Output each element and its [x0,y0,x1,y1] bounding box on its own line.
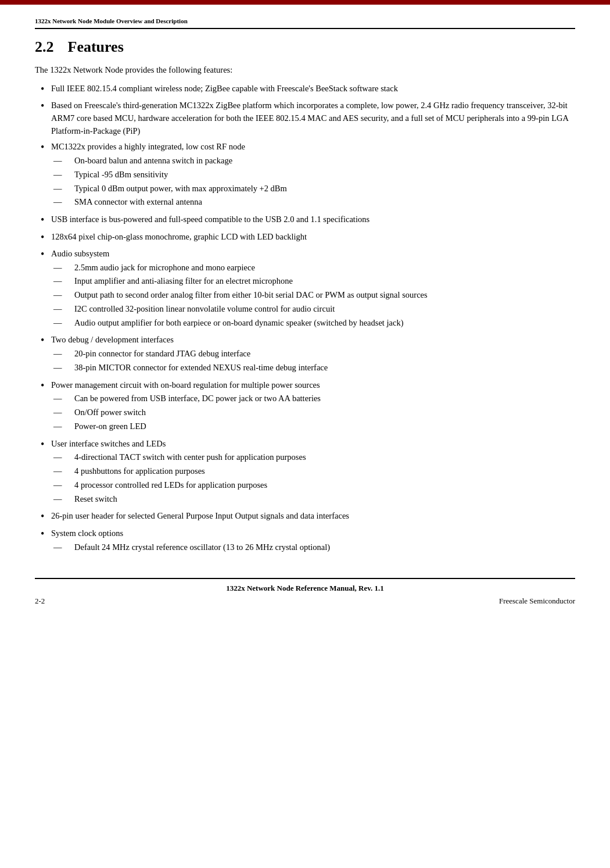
em-dash-5-1: — [51,275,74,288]
bullet-item-9: •26-pin user header for selected General… [35,510,575,523]
chapter-title: 1322x Network Node Module Overview and D… [35,17,188,24]
footer-left: 2-2 [35,596,45,606]
page-content: 1322x Network Node Module Overview and D… [0,5,610,848]
em-dash-5-0: — [51,262,74,274]
bullet-content-4: 128x64 pixel chip-on-glass monochrome, g… [51,231,575,244]
em-dash-5-4: — [51,317,74,330]
bullet-item-2: •MC1322x provides a highly integrated, l… [35,141,575,210]
sub-item-5-1: — Input amplifier and anti-aliasing filt… [51,275,575,288]
sub-item-6-1: — 38-pin MICTOR connector for extended N… [51,362,575,374]
sub-content-6-0: 20-pin connector for standard JTAG debug… [74,348,575,360]
bullet-text-10: System clock options [51,528,123,538]
em-dash-8-3: — [51,493,74,506]
footer-bottom: 2-2 Freescale Semiconductor [35,596,575,606]
sub-list-7: — Can be powered from USB interface, DC … [51,392,575,433]
bullet-symbol-1: • [35,99,51,113]
top-bar [0,0,610,5]
sub-item-7-2: — Power-on green LED [51,420,575,433]
sub-content-5-4: Audio output amplifier for both earpiece… [74,317,575,330]
sub-content-5-0: 2.5mm audio jack for microphone and mono… [74,262,575,274]
intro-paragraph: The 1322x Network Node provides the foll… [35,64,575,77]
sub-item-8-1: — 4 pushbuttons for application purposes [51,465,575,478]
sub-content-8-2: 4 processor controlled red LEDs for appl… [74,479,575,492]
bullet-content-3: USB interface is bus-powered and full-sp… [51,213,575,226]
bullet-content-7: Power management circuit with on-board r… [51,379,575,434]
sub-content-8-3: Reset switch [74,493,575,506]
bullet-text-3: USB interface is bus-powered and full-sp… [51,215,369,224]
bullet-item-8: •User interface switches and LEDs— 4-dir… [35,438,575,507]
em-dash-8-0: — [51,451,74,464]
em-dash-2-0: — [51,155,74,167]
bullet-content-8: User interface switches and LEDs— 4-dire… [51,438,575,507]
sub-item-2-3: — SMA connector with external antenna [51,196,575,209]
bullet-text-4: 128x64 pixel chip-on-glass monochrome, g… [51,232,307,241]
sub-item-8-2: — 4 processor controlled red LEDs for ap… [51,479,575,492]
sub-item-8-3: — Reset switch [51,493,575,506]
bullet-symbol-5: • [35,248,51,261]
bullet-item-0: •Full IEEE 802.15.4 compliant wireless n… [35,83,575,96]
em-dash-5-2: — [51,289,74,302]
bullet-symbol-3: • [35,213,51,227]
em-dash-6-1: — [51,362,74,374]
sub-content-5-3: I2C controlled 32-position linear nonvol… [74,303,575,316]
bullet-content-1: Based on Freescale's third-generation MC… [51,99,575,137]
bullet-content-5: Audio subsystem— 2.5mm audio jack for mi… [51,248,575,331]
page-footer: 1322x Network Node Reference Manual, Rev… [35,578,575,606]
features-list: •Full IEEE 802.15.4 compliant wireless n… [35,83,575,555]
sub-item-7-0: — Can be powered from USB interface, DC … [51,392,575,405]
bullet-symbol-2: • [35,141,51,154]
bullet-text-6: Two debug / development interfaces [51,335,174,344]
bullet-content-9: 26-pin user header for selected General … [51,510,575,523]
em-dash-8-1: — [51,465,74,478]
bullet-text-2: MC1322x provides a highly integrated, lo… [51,142,245,151]
sub-item-10-0: — Default 24 MHz crystal reference oscil… [51,541,575,554]
bullet-symbol-10: • [35,527,51,541]
sub-content-2-3: SMA connector with external antenna [74,196,575,209]
sub-content-6-1: 38-pin MICTOR connector for extended NEX… [74,362,575,374]
bullet-item-6: •Two debug / development interfaces— 20-… [35,334,575,375]
bullet-symbol-7: • [35,379,51,392]
bullet-item-4: •128x64 pixel chip-on-glass monochrome, … [35,231,575,244]
bullet-content-2: MC1322x provides a highly integrated, lo… [51,141,575,210]
bullet-symbol-4: • [35,231,51,244]
em-dash-2-2: — [51,183,74,195]
em-dash-8-2: — [51,479,74,492]
sub-item-5-2: — Output path to second order analog fil… [51,289,575,302]
sub-content-7-2: Power-on green LED [74,420,575,433]
bullet-item-1: •Based on Freescale's third-generation M… [35,99,575,137]
sub-list-5: — 2.5mm audio jack for microphone and mo… [51,262,575,330]
footer-center: 1322x Network Node Reference Manual, Rev… [35,584,575,593]
page-header: 1322x Network Node Module Overview and D… [35,16,575,29]
sub-item-2-1: — Typical -95 dBm sensitivity [51,169,575,181]
section-number: 2.2 [35,38,54,55]
sub-content-5-1: Input amplifier and anti-aliasing filter… [74,275,575,288]
bullet-text-0: Full IEEE 802.15.4 compliant wireless no… [51,84,398,93]
bullet-text-1: Based on Freescale's third-generation MC… [51,101,568,135]
em-dash-2-1: — [51,169,74,181]
sub-content-7-0: Can be powered from USB interface, DC po… [74,392,575,405]
sub-item-8-0: — 4-directional TACT switch with center … [51,451,575,464]
bullet-content-0: Full IEEE 802.15.4 compliant wireless no… [51,83,575,95]
sub-content-5-2: Output path to second order analog filte… [74,289,575,302]
sub-list-6: — 20-pin connector for standard JTAG deb… [51,348,575,374]
footer-right: Freescale Semiconductor [499,596,575,606]
bullet-content-10: System clock options— Default 24 MHz cry… [51,527,575,555]
sub-item-7-1: — On/Off power switch [51,406,575,419]
sub-list-2: — On-board balun and antenna switch in p… [51,155,575,209]
bullet-text-9: 26-pin user header for selected General … [51,511,349,520]
sub-content-2-2: Typical 0 dBm output power, with max app… [74,183,575,195]
bullet-symbol-8: • [35,438,51,451]
sub-content-2-1: Typical -95 dBm sensitivity [74,169,575,181]
em-dash-7-2: — [51,420,74,433]
sub-item-5-0: — 2.5mm audio jack for microphone and mo… [51,262,575,274]
em-dash-5-3: — [51,303,74,316]
sub-item-2-0: — On-board balun and antenna switch in p… [51,155,575,167]
sub-list-10: — Default 24 MHz crystal reference oscil… [51,541,575,554]
sub-item-6-0: — 20-pin connector for standard JTAG deb… [51,348,575,360]
sub-item-5-4: — Audio output amplifier for both earpie… [51,317,575,330]
sub-list-8: — 4-directional TACT switch with center … [51,451,575,505]
sub-content-10-0: Default 24 MHz crystal reference oscilla… [74,541,575,554]
sub-content-7-1: On/Off power switch [74,406,575,419]
bullet-content-6: Two debug / development interfaces— 20-p… [51,334,575,375]
bullet-item-7: •Power management circuit with on-board … [35,379,575,434]
